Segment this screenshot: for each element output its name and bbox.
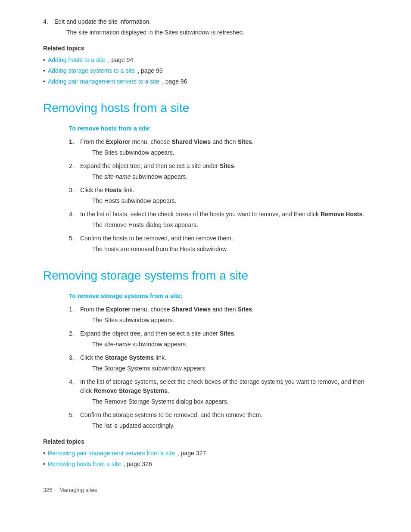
step-sub: The Sites subwindow appears. [92, 148, 368, 157]
page-footer: 326 Managing sites [43, 486, 368, 495]
step-text: Click the Hosts link. [80, 187, 134, 193]
step-sub: The site information displayed in the Si… [66, 28, 368, 37]
footer-page-num: 326 [43, 486, 53, 495]
step-text: Confirm the hosts to be removed, and the… [80, 235, 233, 242]
list-item: Adding hosts to a site, page 94 [43, 56, 368, 65]
section2-subsection-label: To remove storage systems from a site: [69, 292, 368, 301]
step-sub: The hosts are removed from the Hosts sub… [92, 245, 368, 254]
section1-steps: 1. From the Explorer menu, choose Shared… [69, 137, 368, 254]
related-topics-block-2: Related topics Removing pair management … [43, 437, 368, 469]
step-sub: The site-name subwindow appears. [92, 340, 368, 349]
related-link-suffix: , page 326 [124, 460, 152, 469]
step-text: In the list of storage systems, select t… [80, 378, 364, 394]
step-text: Click the Storage Systems link. [80, 354, 166, 361]
related-topics-label-1: Related topics [43, 44, 368, 53]
list-item: Adding pair management servers to a site… [43, 77, 368, 86]
list-item: Removing hosts from a site, page 326 [43, 460, 368, 469]
related-topics-list-1: Adding hosts to a site, page 94 Adding s… [43, 56, 368, 86]
list-item: Removing pair management servers from a … [43, 449, 368, 458]
step-number: 1. [69, 305, 77, 325]
step-number: 5. [69, 234, 77, 254]
list-item: Adding storage systems to a site, page 9… [43, 66, 368, 75]
step-number: 4. [69, 377, 77, 406]
related-link-suffix: , page 96 [162, 77, 187, 86]
step-text: Expand the object tree, and then select … [80, 330, 236, 337]
related-link[interactable]: Removing hosts from a site [48, 460, 121, 469]
step-number: 1. [69, 137, 77, 157]
step-sub: The list is updated accordingly. [92, 421, 368, 430]
step-4: 4. In the list of storage systems, selec… [69, 377, 368, 406]
step-3: 3. Click the Hosts link. The Hosts subwi… [69, 186, 368, 205]
step-text: From the Explorer menu, choose Shared Vi… [80, 138, 254, 145]
intro-step4: 4. Edit and update the site information.… [43, 17, 368, 37]
related-link-suffix: , page 327 [177, 449, 206, 458]
step-5: 5. Confirm the hosts to be removed, and … [69, 234, 368, 254]
step-2: 2. Expand the object tree, and then sele… [69, 162, 368, 181]
section-removing-hosts: Removing hosts from a site To remove hos… [43, 99, 368, 254]
related-link[interactable]: Adding pair management servers to a site [48, 77, 159, 86]
related-topics-list-2: Removing pair management servers from a … [43, 449, 368, 469]
step-1: 1. From the Explorer menu, choose Shared… [69, 305, 368, 325]
step-1: 1. From the Explorer menu, choose Shared… [69, 137, 368, 157]
step-number: 2. [69, 162, 77, 181]
step-sub: The Hosts subwindow appears. [92, 196, 368, 205]
step-5: 5. Confirm the storage systems to be rem… [69, 411, 368, 430]
related-link-suffix: , page 94 [108, 56, 133, 65]
step-text: In the list of hosts, select the check b… [80, 211, 364, 218]
step-number: 3. [69, 186, 77, 205]
step-sub: The Remove Hosts dialog box appears. [92, 221, 368, 230]
section2-steps: 1. From the Explorer menu, choose Shared… [69, 305, 368, 430]
step-text: From the Explorer menu, choose Shared Vi… [80, 306, 254, 313]
step-text: Edit and update the site information. [54, 18, 151, 25]
step-3: 3. Click the Storage Systems link. The S… [69, 353, 368, 373]
step-number: 2. [69, 329, 77, 349]
footer-page-label: Managing sites [59, 486, 97, 495]
step-number: 3. [69, 353, 77, 373]
section-removing-storage: Removing storage systems from a site To … [43, 267, 368, 469]
step-text: Expand the object tree, and then select … [80, 162, 236, 169]
step-sub: The site-name subwindow appears. [92, 172, 368, 181]
step-4: 4. In the list of hosts, select the chec… [69, 210, 368, 230]
step-number: 5. [69, 411, 77, 430]
related-link[interactable]: Removing pair management servers from a … [48, 449, 175, 458]
section1-subsection-label: To remove hosts from a site: [69, 124, 368, 133]
related-topics-label-2: Related topics [43, 437, 368, 446]
section2-heading: Removing storage systems from a site [43, 267, 368, 285]
step-text: Confirm the storage systems to be remove… [80, 411, 262, 418]
related-link[interactable]: Adding hosts to a site [48, 56, 106, 65]
step-sub: The Sites subwindow appears. [92, 316, 368, 325]
section1-heading: Removing hosts from a site [43, 99, 368, 117]
step-sub: The Storage Systems subwindow appears. [92, 364, 368, 373]
step-sub: The Remove Storage Systems dialog box ap… [92, 397, 368, 406]
related-link-suffix: , page 95 [137, 66, 162, 75]
step-number: 4. [69, 210, 77, 230]
related-link[interactable]: Adding storage systems to a site [48, 66, 135, 75]
page: 4. Edit and update the site information.… [0, 0, 411, 532]
step-number: 4. [43, 17, 51, 37]
step-2: 2. Expand the object tree, and then sele… [69, 329, 368, 349]
related-topics-block-1: Related topics Adding hosts to a site, p… [43, 44, 368, 86]
